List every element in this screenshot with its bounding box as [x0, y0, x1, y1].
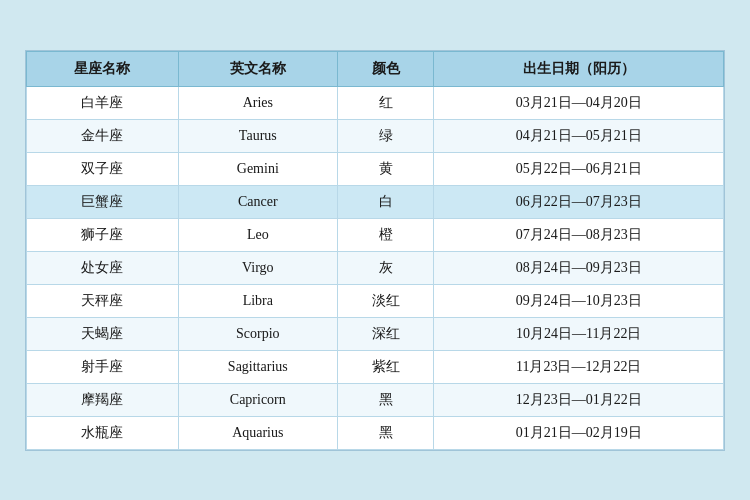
- cell-english-name: Capricorn: [178, 383, 337, 416]
- cell-english-name: Taurus: [178, 119, 337, 152]
- cell-chinese-name: 白羊座: [27, 86, 179, 119]
- cell-dates: 12月23日—01月22日: [434, 383, 724, 416]
- cell-chinese-name: 天秤座: [27, 284, 179, 317]
- header-birth-date: 出生日期（阳历）: [434, 51, 724, 86]
- header-color: 颜色: [337, 51, 434, 86]
- cell-color: 黑: [337, 383, 434, 416]
- table-row: 摩羯座Capricorn黑12月23日—01月22日: [27, 383, 724, 416]
- cell-english-name: Leo: [178, 218, 337, 251]
- cell-english-name: Gemini: [178, 152, 337, 185]
- table-row: 巨蟹座Cancer白06月22日—07月23日: [27, 185, 724, 218]
- cell-english-name: Aries: [178, 86, 337, 119]
- cell-color: 绿: [337, 119, 434, 152]
- cell-chinese-name: 处女座: [27, 251, 179, 284]
- table-row: 天秤座Libra淡红09月24日—10月23日: [27, 284, 724, 317]
- table-header-row: 星座名称 英文名称 颜色 出生日期（阳历）: [27, 51, 724, 86]
- cell-chinese-name: 摩羯座: [27, 383, 179, 416]
- cell-color: 淡红: [337, 284, 434, 317]
- cell-english-name: Sagittarius: [178, 350, 337, 383]
- cell-chinese-name: 双子座: [27, 152, 179, 185]
- cell-english-name: Libra: [178, 284, 337, 317]
- cell-chinese-name: 巨蟹座: [27, 185, 179, 218]
- table-row: 水瓶座Aquarius黑01月21日—02月19日: [27, 416, 724, 449]
- cell-color: 橙: [337, 218, 434, 251]
- cell-dates: 10月24日—11月22日: [434, 317, 724, 350]
- cell-color: 红: [337, 86, 434, 119]
- cell-dates: 11月23日—12月22日: [434, 350, 724, 383]
- cell-color: 深红: [337, 317, 434, 350]
- cell-english-name: Scorpio: [178, 317, 337, 350]
- zodiac-table-container: 星座名称 英文名称 颜色 出生日期（阳历） 白羊座Aries红03月21日—04…: [25, 50, 725, 451]
- table-row: 狮子座Leo橙07月24日—08月23日: [27, 218, 724, 251]
- table-row: 天蝎座Scorpio深红10月24日—11月22日: [27, 317, 724, 350]
- cell-dates: 07月24日—08月23日: [434, 218, 724, 251]
- cell-dates: 05月22日—06月21日: [434, 152, 724, 185]
- cell-english-name: Cancer: [178, 185, 337, 218]
- cell-color: 灰: [337, 251, 434, 284]
- header-english-name: 英文名称: [178, 51, 337, 86]
- cell-dates: 06月22日—07月23日: [434, 185, 724, 218]
- zodiac-table: 星座名称 英文名称 颜色 出生日期（阳历） 白羊座Aries红03月21日—04…: [26, 51, 724, 450]
- cell-dates: 03月21日—04月20日: [434, 86, 724, 119]
- cell-chinese-name: 狮子座: [27, 218, 179, 251]
- cell-chinese-name: 金牛座: [27, 119, 179, 152]
- cell-english-name: Virgo: [178, 251, 337, 284]
- cell-dates: 08月24日—09月23日: [434, 251, 724, 284]
- cell-dates: 09月24日—10月23日: [434, 284, 724, 317]
- table-row: 射手座Sagittarius紫红11月23日—12月22日: [27, 350, 724, 383]
- cell-color: 紫红: [337, 350, 434, 383]
- cell-dates: 01月21日—02月19日: [434, 416, 724, 449]
- table-row: 处女座Virgo灰08月24日—09月23日: [27, 251, 724, 284]
- table-row: 白羊座Aries红03月21日—04月20日: [27, 86, 724, 119]
- cell-dates: 04月21日—05月21日: [434, 119, 724, 152]
- cell-chinese-name: 射手座: [27, 350, 179, 383]
- cell-color: 黑: [337, 416, 434, 449]
- cell-chinese-name: 天蝎座: [27, 317, 179, 350]
- cell-color: 白: [337, 185, 434, 218]
- table-row: 双子座Gemini黄05月22日—06月21日: [27, 152, 724, 185]
- cell-chinese-name: 水瓶座: [27, 416, 179, 449]
- cell-english-name: Aquarius: [178, 416, 337, 449]
- table-row: 金牛座Taurus绿04月21日—05月21日: [27, 119, 724, 152]
- header-chinese-name: 星座名称: [27, 51, 179, 86]
- cell-color: 黄: [337, 152, 434, 185]
